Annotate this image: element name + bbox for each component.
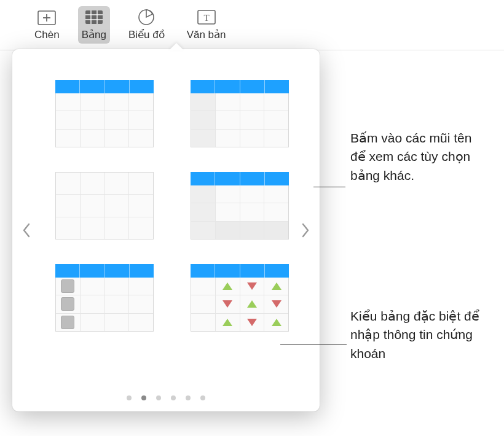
table-style-blue-header[interactable] xyxy=(55,80,154,147)
chart-button[interactable]: Biểu đồ xyxy=(125,6,168,44)
toolbar-label-insert: Chèn xyxy=(34,29,60,41)
callout-arrow-text: Bấm vào các mũi tên để xem các tùy chọn … xyxy=(350,129,486,185)
text-icon: T xyxy=(195,9,218,26)
toolbar-label-table: Bảng xyxy=(82,28,106,41)
table-button[interactable]: Bảng xyxy=(78,6,110,44)
triangle-down-icon xyxy=(222,300,232,308)
table-styles-popover xyxy=(12,49,320,411)
triangle-up-icon xyxy=(222,319,232,326)
triangle-down-icon xyxy=(247,282,257,290)
table-style-stock[interactable] xyxy=(191,264,289,332)
callout-leader xyxy=(280,344,347,345)
page-dot[interactable] xyxy=(141,395,146,400)
page-dots xyxy=(12,395,320,400)
chart-icon xyxy=(135,9,157,26)
page-dot[interactable] xyxy=(186,395,191,400)
callout-leader xyxy=(313,187,345,187)
toolbar-label-chart: Biểu đồ xyxy=(128,28,165,41)
triangle-up-icon xyxy=(222,282,232,290)
table-style-blue-header-rowhead[interactable] xyxy=(191,80,289,147)
insert-button[interactable]: Chèn xyxy=(31,7,63,44)
toolbar-label-text: Văn bản xyxy=(187,28,226,41)
next-arrow[interactable] xyxy=(296,216,315,245)
triangle-up-icon xyxy=(272,319,282,326)
page-dot[interactable] xyxy=(200,395,205,400)
callout-stock-text: Kiểu bảng đặc biệt để nhập thông tin chứ… xyxy=(350,307,486,363)
text-button[interactable]: T Văn bản xyxy=(183,6,230,44)
page-dot[interactable] xyxy=(156,395,161,400)
chevron-right-icon xyxy=(301,223,310,238)
insert-icon xyxy=(36,9,58,26)
triangle-up-icon xyxy=(247,300,257,308)
svg-rect-3 xyxy=(85,10,103,24)
svg-text:T: T xyxy=(203,13,209,23)
triangle-down-icon xyxy=(247,319,257,326)
table-icon xyxy=(83,9,105,26)
page-dot[interactable] xyxy=(171,395,176,400)
table-style-checkbox[interactable] xyxy=(55,264,154,332)
prev-arrow[interactable] xyxy=(17,216,36,245)
triangle-up-icon xyxy=(272,282,282,290)
chevron-left-icon xyxy=(22,223,31,238)
table-styles-grid xyxy=(12,49,320,344)
page-dot[interactable] xyxy=(127,395,132,400)
table-style-plain[interactable] xyxy=(55,172,154,239)
toolbar: Chèn Bảng Biểu đồ T Văn bản xyxy=(0,0,504,50)
triangle-down-icon xyxy=(272,300,282,308)
table-style-header-footer[interactable] xyxy=(191,172,289,239)
